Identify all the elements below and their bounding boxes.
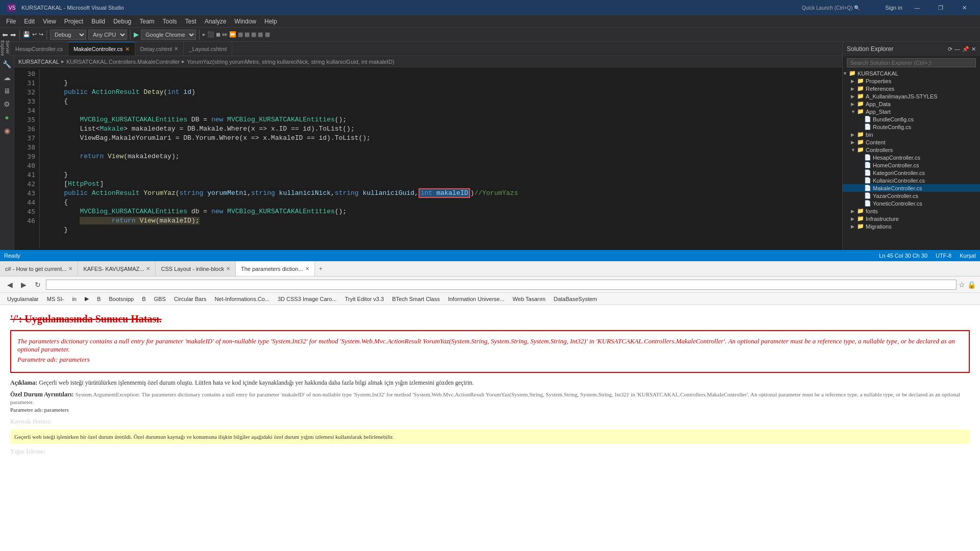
bookmark-youtube[interactable]: ▶ <box>82 295 92 303</box>
tab-hesap[interactable]: HesapController.cs <box>10 42 68 56</box>
tree-routeconfig[interactable]: 📄RouteConfig.cs <box>843 123 980 131</box>
se-pin[interactable]: 📌 <box>962 46 969 53</box>
reload-button[interactable]: ↻ <box>32 280 44 290</box>
bookmark-gbs[interactable]: GBS <box>151 295 169 303</box>
bookmark-circular[interactable]: Circular Bars <box>171 295 210 303</box>
tree-kategoricontroller[interactable]: 📄KategoriController.cs <box>843 169 980 177</box>
menu-team[interactable]: Team <box>135 17 158 26</box>
toolbar-save-all[interactable]: 💾 <box>23 31 30 38</box>
tab-detay[interactable]: Detay.cshtml ✕ <box>135 42 184 56</box>
tree-yazarcontroller[interactable]: 📄YazarController.cs <box>843 192 980 199</box>
bookmark-netinfo[interactable]: Net-Informations.Co... <box>211 295 273 303</box>
tree-appstart[interactable]: ▼📁App_Start <box>843 108 980 115</box>
back-button[interactable]: ◀ <box>4 280 16 290</box>
tree-bin[interactable]: ▶📁bin <box>843 131 980 138</box>
close-tab-detay[interactable]: ✕ <box>174 46 178 52</box>
bookmark-b1[interactable]: B <box>94 295 104 303</box>
menu-tools[interactable]: Tools <box>159 17 181 26</box>
close-button[interactable]: ✕ <box>952 0 976 15</box>
tree-content[interactable]: ▶📁Content <box>843 138 980 146</box>
menu-edit[interactable]: Edit <box>20 17 39 26</box>
close-tab-1[interactable]: ✕ <box>68 266 72 271</box>
chrome-icon[interactable]: ● <box>1 111 13 123</box>
signin-button[interactable]: Sign in <box>882 0 905 15</box>
bookmark-database[interactable]: DataBaseSystem <box>551 295 600 303</box>
code-editor[interactable]: 3031323334 3536373839 4041424344 4546 } … <box>14 67 842 250</box>
tree-yoneticcontroller[interactable]: 📄YoneticController.cs <box>843 199 980 207</box>
tree-kullanicicontroller[interactable]: 📄KullaniciController.cs <box>843 177 980 184</box>
cloud-icon[interactable]: ☁ <box>1 71 13 84</box>
bookmark-ms[interactable]: MS SI- <box>44 295 67 303</box>
tree-infrastructure[interactable]: ▶📁Infrastructure <box>843 215 980 222</box>
toolbar-undo[interactable]: ↩ <box>32 31 37 38</box>
bookmark-linkedin[interactable]: in <box>69 295 80 303</box>
restore-button[interactable]: ❐ <box>929 0 952 15</box>
forward-button[interactable]: ▶ <box>18 280 30 290</box>
close-tab-4[interactable]: ✕ <box>305 266 309 271</box>
menu-file[interactable]: File <box>2 17 20 26</box>
server-icon[interactable]: 🖥 <box>1 85 13 97</box>
browser-tab-stackoverflow[interactable]: c# - How to get current... ✕ <box>0 261 78 277</box>
browser-tab-kafes[interactable]: KAFES- KAVUŞAMAZ... ✕ <box>78 261 156 277</box>
browser-section: c# - How to get current... ✕ KAFES- KAVU… <box>0 261 980 551</box>
debug-icon[interactable]: ◉ <box>1 124 13 137</box>
editor-section: Server Explorer HesapController.cs Makal… <box>0 42 980 261</box>
tree-kullanilmayan[interactable]: ▶📁A_KullanilmayanJS-STYLES <box>843 92 980 100</box>
tree-properties[interactable]: ▶📁Properties <box>843 77 980 85</box>
browser-tab-params[interactable]: The parameters diction... ✕ <box>236 261 315 277</box>
new-tab-button[interactable]: + <box>315 265 327 272</box>
bookmark-b2[interactable]: B <box>139 295 149 303</box>
se-close[interactable]: ✕ <box>971 46 976 53</box>
tree-references[interactable]: ▶📁References <box>843 85 980 92</box>
tree-solution[interactable]: ▼📁KURSATCAKAL <box>843 69 980 77</box>
se-search-input[interactable] <box>847 58 976 67</box>
toolbar-back[interactable]: ⬅ <box>2 31 8 39</box>
debug-select[interactable]: Debug Release <box>50 30 86 40</box>
tree-migrations[interactable]: ▶📁Migrations <box>843 222 980 230</box>
menu-analyze[interactable]: Analyze <box>201 17 231 26</box>
toolbar-forward[interactable]: ➡ <box>10 31 16 39</box>
toolbar-redo[interactable]: ↪ <box>39 31 43 38</box>
bookmark-infouniv[interactable]: Information Universe... <box>445 295 508 303</box>
server-explorer-tab[interactable]: Server Explorer <box>0 42 10 56</box>
star-icon[interactable]: ☆ <box>959 281 965 289</box>
menu-debug[interactable]: Debug <box>109 17 135 26</box>
se-collapse[interactable]: — <box>954 46 960 53</box>
bookmark-webtasarim[interactable]: Web Tasarım <box>509 295 548 303</box>
lock-icon[interactable]: 🔒 <box>967 281 976 289</box>
menu-view[interactable]: View <box>39 17 60 26</box>
toolbox-icon[interactable]: 🔧 <box>1 58 13 70</box>
close-tab-3[interactable]: ✕ <box>226 266 230 271</box>
browser-tab-css[interactable]: CSS Layout - inline-block ✕ <box>156 261 236 277</box>
tree-bundleconfig[interactable]: 📄BundleConfig.cs <box>843 115 980 123</box>
menu-build[interactable]: Build <box>87 17 109 26</box>
tab-layout[interactable]: _Layout.cshtml <box>184 42 232 56</box>
settings-icon[interactable]: ⚙ <box>1 98 13 110</box>
tree-fonts[interactable]: ▶📁fonts <box>843 207 980 215</box>
tree-makalecontroller[interactable]: 📄MakaleController.cs <box>843 184 980 192</box>
menu-project[interactable]: Project <box>60 17 87 26</box>
menu-help[interactable]: Help <box>260 17 281 26</box>
tree-hesapcontroller[interactable]: 📄HesapController.cs <box>843 154 980 161</box>
se-tree[interactable]: ▼📁KURSATCAKAL ▶📁Properties ▶📁References … <box>843 69 980 250</box>
tab-makale[interactable]: MakaleController.cs ✕ <box>68 42 135 56</box>
start-button[interactable]: ▶ <box>134 31 139 38</box>
close-tab-2[interactable]: ✕ <box>146 266 150 271</box>
minimize-button[interactable]: — <box>905 0 929 15</box>
bookmark-btech[interactable]: BTech Smart Class <box>389 295 443 303</box>
yigin-izleme: Yığın İzleme: <box>10 448 970 456</box>
bookmark-uygulamalar[interactable]: Uygulamalar <box>4 295 42 303</box>
bookmark-tryit[interactable]: Tryit Editor v3.3 <box>342 295 387 303</box>
se-sync[interactable]: ⟳ <box>948 46 952 53</box>
tree-controllers[interactable]: ▼📁Controllers <box>843 146 980 154</box>
menu-test[interactable]: Test <box>181 17 201 26</box>
menu-window[interactable]: Window <box>230 17 260 26</box>
cpu-select[interactable]: Any CPU <box>88 30 127 40</box>
address-bar[interactable]: localhost:65448/Makale/YorumYaz <box>46 280 957 290</box>
tree-appdata[interactable]: ▶📁App_Data <box>843 100 980 108</box>
browser-select[interactable]: Google Chrome <box>141 30 196 40</box>
bookmark-bootsnipp[interactable]: Bootsnipp <box>106 295 137 303</box>
bookmark-3dcss[interactable]: 3D CSS3 Image Caro... <box>275 295 340 303</box>
vs-logo: VS <box>4 1 18 15</box>
tree-homecontroller[interactable]: 📄HomeController.cs <box>843 161 980 169</box>
